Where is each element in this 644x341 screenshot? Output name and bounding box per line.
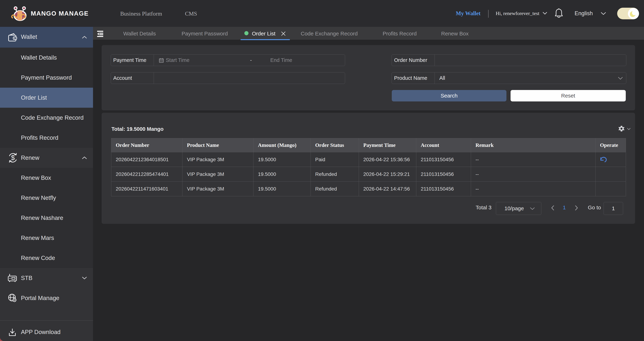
svg-text:$: $: [11, 154, 15, 162]
